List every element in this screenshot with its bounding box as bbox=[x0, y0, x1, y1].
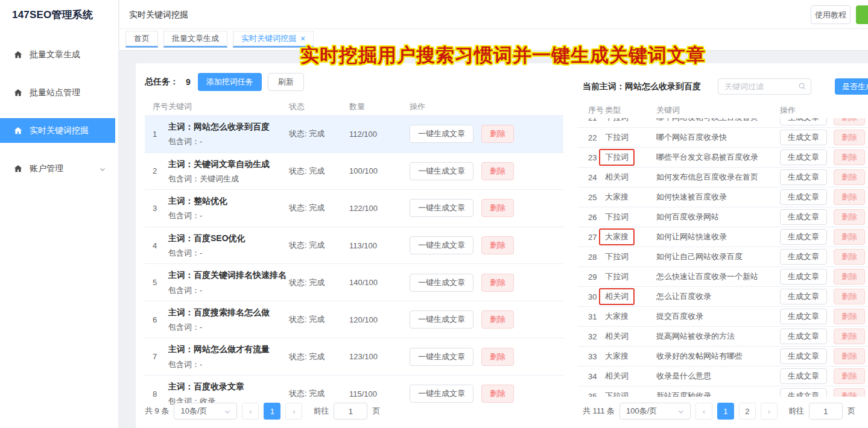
col-header-no: 序号 bbox=[145, 101, 168, 112]
delete-button[interactable]: 删除 bbox=[834, 329, 865, 344]
close-icon[interactable]: × bbox=[300, 34, 305, 43]
include-keyword: 包含词：关键词生成 bbox=[168, 172, 289, 186]
keywords-table-header: 序号 类型 关键词 操作 bbox=[578, 102, 868, 118]
tab[interactable]: 批量文章生成 bbox=[163, 31, 227, 48]
generate-article-button[interactable]: 生成文章 bbox=[780, 329, 827, 344]
delete-button[interactable]: 删除 bbox=[481, 125, 514, 143]
delete-button[interactable]: 删除 bbox=[481, 162, 514, 180]
tutorial-button[interactable]: 使用教程 bbox=[811, 5, 851, 24]
table-row[interactable]: 5 主词：百度关键词排名快速排名 包含词：- 状态: 完成 140/100 一键… bbox=[145, 263, 563, 301]
prev-page-button[interactable]: ‹ bbox=[695, 403, 712, 420]
delete-button[interactable]: 删除 bbox=[481, 274, 514, 292]
row-keyword: 如何发布信息百度收录在首页 bbox=[656, 172, 780, 183]
goto-page-input[interactable] bbox=[334, 403, 367, 420]
generate-article-button[interactable]: 生成文章 bbox=[780, 209, 827, 225]
add-task-button[interactable]: 添加挖词任务 bbox=[198, 73, 262, 91]
row-type-cell: 下拉词 bbox=[605, 118, 656, 123]
delete-button[interactable]: 删除 bbox=[481, 385, 514, 403]
row-actions: 生成文章 删除 bbox=[780, 130, 868, 145]
table-row[interactable]: 6 主词：百度搜索排名怎么做 包含词：- 状态: 完成 120/100 一键生成… bbox=[145, 301, 563, 338]
chevron-down-icon bbox=[224, 408, 231, 415]
tasks-table-body: 1 主词：网站怎么收录到百度 包含词：- 状态: 完成 112/100 一键生成… bbox=[145, 115, 563, 412]
green-action-button[interactable] bbox=[856, 5, 868, 24]
table-row: 25 大家搜 如何快速被百度收录 生成文章 删除 bbox=[578, 187, 868, 207]
table-row[interactable]: 2 主词：关键词文章自动生成 包含词：关键词生成 状态: 完成 100/100 … bbox=[145, 153, 563, 190]
sidebar-item[interactable]: 实时关键词挖掘 bbox=[0, 118, 115, 143]
delete-button[interactable]: 删除 bbox=[834, 209, 865, 225]
goto-page-input[interactable] bbox=[809, 403, 843, 420]
tasks-panel: 总任务： 9 添加挖词任务 刷新 序号 关键词 状态 数量 操作 bbox=[136, 63, 571, 428]
delete-button[interactable]: 删除 bbox=[834, 169, 865, 185]
generate-article-button[interactable]: 一键生成文章 bbox=[410, 385, 474, 403]
delete-button[interactable]: 删除 bbox=[834, 309, 865, 324]
generate-article-button[interactable]: 生成文章 bbox=[780, 289, 827, 304]
page-number-button[interactable]: 1 bbox=[717, 403, 734, 420]
next-page-button[interactable]: › bbox=[285, 403, 302, 420]
refresh-button[interactable]: 刷新 bbox=[268, 73, 304, 91]
generate-article-button[interactable]: 一键生成文章 bbox=[410, 162, 474, 180]
prev-page-button[interactable]: ‹ bbox=[242, 403, 259, 420]
generate-article-button[interactable]: 生成文章 bbox=[780, 368, 827, 384]
generate-article-button[interactable]: 生成文章 bbox=[780, 118, 827, 125]
generate-article-button[interactable]: 生成文章 bbox=[780, 388, 827, 397]
generate-article-button[interactable]: 一键生成文章 bbox=[410, 274, 474, 292]
page-number-button[interactable]: 2 bbox=[739, 403, 756, 420]
next-page-button[interactable]: › bbox=[761, 403, 778, 420]
generate-article-button[interactable]: 生成文章 bbox=[780, 229, 827, 245]
generate-article-button[interactable]: 生成文章 bbox=[780, 130, 827, 145]
goto-label: 前往 bbox=[313, 406, 329, 417]
delete-button[interactable]: 删除 bbox=[834, 348, 865, 364]
delete-button[interactable]: 删除 bbox=[834, 130, 865, 145]
page-size-select[interactable]: 100条/页 bbox=[619, 403, 691, 420]
keyword-type: 相关词 bbox=[599, 288, 635, 305]
keyword-filter-input[interactable] bbox=[718, 78, 811, 95]
delete-button[interactable]: 删除 bbox=[834, 368, 865, 384]
delete-button[interactable]: 删除 bbox=[481, 348, 514, 366]
generate-article-button[interactable]: 生成文章 bbox=[780, 189, 827, 205]
generate-article-button[interactable]: 生成文章 bbox=[780, 348, 827, 364]
generate-article-button[interactable]: 一键生成文章 bbox=[410, 236, 474, 254]
generate-article-button[interactable]: 生成文章 bbox=[780, 169, 827, 185]
delete-button[interactable]: 删除 bbox=[481, 199, 514, 217]
generate-article-button[interactable]: 生成文章 bbox=[780, 309, 827, 324]
table-row[interactable]: 1 主词：网站怎么收录到百度 包含词：- 状态: 完成 112/100 一键生成… bbox=[145, 115, 563, 153]
sidebar-item[interactable]: 批量文章生成 bbox=[0, 42, 118, 67]
generate-all-toggle-button[interactable]: 是否生成: bbox=[835, 78, 868, 95]
generate-article-button[interactable]: 生成文章 bbox=[780, 149, 827, 165]
delete-button[interactable]: 删除 bbox=[834, 249, 865, 265]
row-type-cell: 相关词 bbox=[605, 371, 656, 382]
delete-button[interactable]: 删除 bbox=[834, 289, 865, 304]
generate-article-button[interactable]: 一键生成文章 bbox=[410, 348, 474, 366]
generate-article-button[interactable]: 生成文章 bbox=[780, 249, 827, 265]
generate-article-button[interactable]: 一键生成文章 bbox=[410, 125, 474, 143]
generate-article-button[interactable]: 一键生成文章 bbox=[410, 199, 474, 217]
keyword-type: 相关词 bbox=[605, 331, 629, 342]
tab[interactable]: 首页 bbox=[125, 31, 158, 48]
delete-button[interactable]: 删除 bbox=[834, 189, 865, 205]
table-row[interactable]: 7 主词：网站怎么做才有流量 包含词：- 状态: 完成 123/100 一键生成… bbox=[145, 338, 563, 375]
sidebar-item[interactable]: 批量站点管理 bbox=[0, 80, 118, 105]
row-actions: 一键生成文章 删除 bbox=[410, 274, 563, 292]
sidebar-item[interactable]: 账户管理 bbox=[0, 156, 118, 181]
delete-button[interactable]: 删除 bbox=[834, 229, 865, 245]
table-row[interactable]: 3 主词：整站优化 包含词：- 状态: 完成 122/100 一键生成文章 删除 bbox=[145, 189, 563, 227]
row-actions: 一键生成文章 删除 bbox=[410, 385, 563, 403]
delete-button[interactable]: 删除 bbox=[834, 388, 865, 397]
promo-banner-text: 实时挖掘用户搜索习惯词并一键生成关键词文章 bbox=[300, 43, 706, 68]
row-type-cell: 大家搜 bbox=[605, 192, 656, 203]
page-size-select[interactable]: 10条/页 bbox=[174, 403, 237, 420]
sidebar-item-label: 批量站点管理 bbox=[30, 87, 80, 98]
row-index: 5 bbox=[145, 278, 168, 287]
row-index: 4 bbox=[145, 241, 168, 250]
generate-article-button[interactable]: 生成文章 bbox=[780, 269, 827, 285]
delete-button[interactable]: 删除 bbox=[481, 310, 514, 329]
tab-label: 批量文章生成 bbox=[172, 33, 219, 44]
page-number-button[interactable]: 1 bbox=[264, 403, 280, 420]
delete-button[interactable]: 删除 bbox=[834, 118, 865, 125]
delete-button[interactable]: 删除 bbox=[834, 149, 865, 165]
delete-button[interactable]: 删除 bbox=[834, 269, 865, 285]
table-row[interactable]: 4 主词：百度SEO优化 包含词：- 状态: 完成 113/100 一键生成文章… bbox=[145, 227, 563, 264]
delete-button[interactable]: 删除 bbox=[481, 236, 514, 254]
home-icon bbox=[13, 50, 23, 60]
generate-article-button[interactable]: 一键生成文章 bbox=[410, 310, 474, 329]
